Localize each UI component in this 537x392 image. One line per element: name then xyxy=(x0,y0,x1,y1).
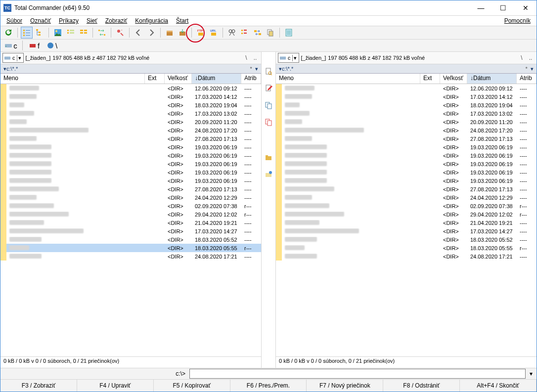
pack-icon[interactable] xyxy=(164,27,176,39)
table-row[interactable]: <DIR>19.03.2020 06:19---- xyxy=(276,143,537,151)
table-row[interactable]: <DIR>27.08.2020 17:13---- xyxy=(276,185,537,193)
minimize-button[interactable]: — xyxy=(470,0,492,15)
right-file-list[interactable]: <DIR>12.06.2020 09:12----<DIR>17.03.2020… xyxy=(276,84,537,356)
left-file-list[interactable]: <DIR>12.06.2020 09:12----<DIR>17.03.2020… xyxy=(0,84,261,356)
table-row[interactable]: <DIR>18.03.2020 05:55r--- xyxy=(0,244,261,252)
table-row[interactable]: <DIR>20.09.2020 11:20---- xyxy=(0,118,261,126)
table-row[interactable]: <DIR>19.03.2020 06:19---- xyxy=(0,143,261,151)
table-row[interactable]: <DIR>19.03.2020 06:19---- xyxy=(0,160,261,168)
forward-icon[interactable] xyxy=(145,27,157,39)
unpack-icon[interactable] xyxy=(177,27,188,39)
col-attr[interactable]: Atrib xyxy=(241,74,261,84)
table-row[interactable]: <DIR>21.04.2020 19:21---- xyxy=(276,218,537,227)
notepad-icon[interactable] xyxy=(283,27,295,39)
back-icon[interactable] xyxy=(133,27,144,39)
table-row[interactable]: <DIR>24.04.2020 12:29---- xyxy=(0,193,261,202)
f4-edit-button[interactable]: F4 / Upraviť xyxy=(77,380,154,392)
f8-delete-button[interactable]: F8 / Odstrániť xyxy=(383,380,460,392)
table-row[interactable]: <DIR>20.09.2020 11:20---- xyxy=(276,118,537,126)
sync-dirs-icon[interactable] xyxy=(252,27,264,39)
table-row[interactable]: <DIR>27.08.2020 17:13---- xyxy=(0,134,261,143)
table-row[interactable]: <DIR>19.03.2020 06:19---- xyxy=(276,176,537,185)
table-row[interactable]: <DIR>21.04.2020 19:21---- xyxy=(0,218,261,227)
table-row[interactable]: <DIR>17.03.2020 13:02---- xyxy=(276,109,537,118)
list-view-icon[interactable] xyxy=(21,27,33,39)
reload-icon[interactable] xyxy=(2,27,14,39)
col-date[interactable]: ↓Dátum xyxy=(192,74,241,84)
left-up-button[interactable]: .. xyxy=(251,54,259,61)
drive-network-button[interactable]: \ xyxy=(44,40,60,51)
right-drive-select[interactable]: c ▾ xyxy=(278,53,299,63)
move-file-icon[interactable] xyxy=(263,116,274,128)
f3-view-button[interactable]: F3 / Zobraziť xyxy=(0,380,77,392)
menu-mark[interactable]: Označiť xyxy=(26,17,55,25)
close-button[interactable]: ✕ xyxy=(514,0,537,15)
drive-f-button[interactable]: f xyxy=(26,40,43,51)
col-size[interactable]: Veľkosť xyxy=(165,74,192,84)
table-row[interactable]: <DIR>19.03.2020 06:19---- xyxy=(0,176,261,185)
ftp-url-icon[interactable]: URL xyxy=(208,27,220,39)
table-row[interactable]: <DIR>29.04.2020 12:02r--- xyxy=(0,210,261,218)
right-root-button[interactable]: \ xyxy=(518,54,526,61)
left-root-button[interactable]: \ xyxy=(242,54,250,61)
table-row[interactable]: <DIR>17.03.2020 13:02---- xyxy=(0,109,261,118)
col-size[interactable]: Veľkosť xyxy=(440,74,467,84)
table-row[interactable]: <DIR>19.03.2020 06:19---- xyxy=(276,160,537,168)
target-equal-source-icon[interactable]: * xyxy=(114,27,126,39)
table-row[interactable]: <DIR>27.08.2020 17:13---- xyxy=(276,134,537,143)
col-ext[interactable]: Ext xyxy=(145,74,165,84)
table-row[interactable]: <DIR>18.03.2020 19:04---- xyxy=(0,101,261,109)
table-row[interactable]: <DIR>19.03.2020 06:19---- xyxy=(0,168,261,176)
left-drive-select[interactable]: c ▾ xyxy=(2,53,24,63)
view-file-icon[interactable] xyxy=(263,66,274,78)
brief-view-icon[interactable] xyxy=(78,27,90,39)
table-row[interactable]: <DIR>24.04.2020 12:29---- xyxy=(276,193,537,202)
table-row[interactable]: <DIR>19.03.2020 06:19---- xyxy=(276,151,537,160)
menu-show[interactable]: Zobraziť xyxy=(101,17,132,25)
maximize-button[interactable]: ☐ xyxy=(492,0,514,15)
col-name[interactable]: Meno xyxy=(0,74,145,84)
command-input[interactable] xyxy=(189,369,526,379)
table-row[interactable]: <DIR>24.08.2020 17:20---- xyxy=(276,126,537,134)
col-attr[interactable]: Atrib xyxy=(517,74,537,84)
table-row[interactable]: <DIR>02.09.2020 07:38r--- xyxy=(0,202,261,210)
copy-file-icon[interactable] xyxy=(263,99,274,111)
table-row[interactable]: <DIR>18.03.2020 05:52---- xyxy=(276,235,537,244)
table-row[interactable]: <DIR>29.04.2020 12:02r--- xyxy=(276,210,537,218)
menu-start[interactable]: Štart xyxy=(172,17,192,25)
left-path-tab[interactable]: ▾c:\*.* * ▾ xyxy=(0,64,261,74)
f5-copy-button[interactable]: F5 / Kopírovať xyxy=(154,380,230,392)
table-row[interactable]: <DIR>12.06.2020 09:12---- xyxy=(0,84,261,92)
table-row[interactable]: <DIR>24.08.2020 17:21---- xyxy=(0,252,261,261)
right-up-button[interactable]: .. xyxy=(527,54,535,61)
table-row[interactable]: <DIR>17.03.2020 14:27---- xyxy=(0,227,261,235)
table-row[interactable]: <DIR>18.03.2020 05:55r--- xyxy=(276,244,537,252)
table-row[interactable]: <DIR>17.03.2020 14:12---- xyxy=(0,92,261,101)
f6-move-button[interactable]: F6 / Pres./Prem. xyxy=(230,380,307,392)
col-name[interactable]: Meno xyxy=(276,74,420,84)
menu-config[interactable]: Konfigurácia xyxy=(131,17,172,25)
table-row[interactable]: <DIR>24.08.2020 17:20---- xyxy=(0,126,261,134)
table-row[interactable]: <DIR>18.03.2020 05:52---- xyxy=(0,235,261,244)
col-date[interactable]: ↓Dátum xyxy=(467,74,517,84)
menu-commands[interactable]: Príkazy xyxy=(55,17,83,25)
table-row[interactable]: <DIR>19.03.2020 06:19---- xyxy=(0,151,261,160)
copy-names-icon[interactable] xyxy=(265,27,276,39)
table-row[interactable]: <DIR>19.03.2020 06:19---- xyxy=(276,168,537,176)
menu-net[interactable]: Sieť xyxy=(83,17,101,25)
table-row[interactable]: <DIR>27.08.2020 17:13---- xyxy=(0,185,261,193)
table-row[interactable]: <DIR>24.08.2020 17:21---- xyxy=(276,252,537,261)
right-path-tab[interactable]: ▾c:\*.* * ▾ xyxy=(276,64,537,74)
ftp-connect-icon[interactable]: FTP xyxy=(195,27,207,39)
table-row[interactable]: <DIR>12.06.2020 09:12---- xyxy=(276,84,537,92)
table-row[interactable]: <DIR>17.03.2020 14:27---- xyxy=(276,227,537,235)
table-row[interactable]: <DIR>17.03.2020 14:12---- xyxy=(276,92,537,101)
tree-view-icon[interactable] xyxy=(34,27,45,39)
search-icon[interactable] xyxy=(226,27,238,39)
multi-rename-icon[interactable] xyxy=(239,27,251,39)
thumbnails-icon[interactable] xyxy=(52,27,64,39)
new-folder-icon[interactable] xyxy=(263,152,274,164)
command-history-dropdown[interactable]: ▾ xyxy=(528,370,535,377)
full-view-icon[interactable] xyxy=(65,27,77,39)
edit-file-icon[interactable] xyxy=(263,83,274,94)
